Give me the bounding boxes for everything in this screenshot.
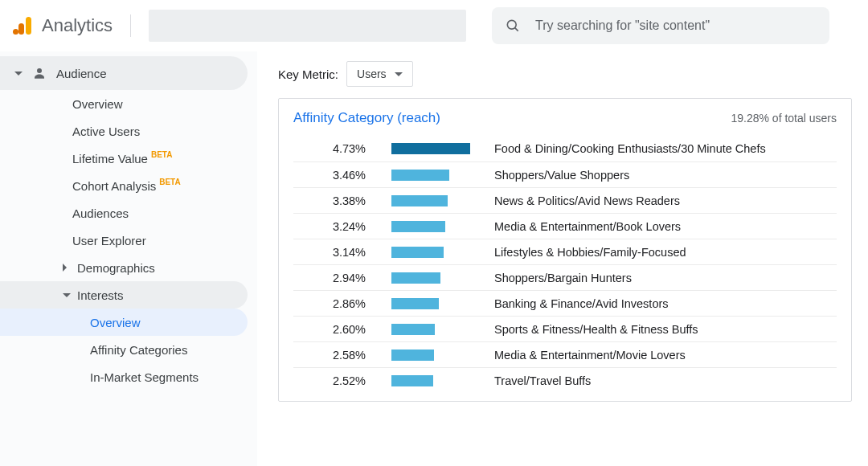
row-bar-cell [366, 272, 486, 284]
svg-rect-0 [26, 17, 31, 35]
row-bar [391, 375, 433, 386]
sidebar-item-overview[interactable]: Overview [0, 90, 248, 117]
person-icon [32, 66, 47, 80]
table-row[interactable]: 3.38%News & Politics/Avid News Readers [293, 187, 837, 213]
affinity-table: 4.73%Food & Dining/Cooking Enthusiasts/3… [293, 136, 837, 393]
row-percent: 2.94% [293, 272, 366, 284]
table-row[interactable]: 2.94%Shoppers/Bargain Hunters [293, 264, 837, 290]
sidebar: Audience Overview Active Users Lifetime … [0, 51, 257, 466]
row-percent: 2.86% [293, 297, 366, 310]
card-subtitle: 19.28% of total users [731, 112, 837, 125]
app-logo: Analytics [13, 15, 113, 36]
row-bar-cell [366, 221, 486, 232]
row-label: Travel/Travel Buffs [486, 374, 591, 387]
row-percent: 3.24% [293, 220, 366, 233]
sidebar-subitem-affinity-categories[interactable]: Affinity Categories [0, 336, 248, 363]
row-percent: 2.52% [293, 374, 366, 387]
brand-name: Analytics [42, 15, 113, 36]
row-bar [391, 247, 444, 258]
row-bar [391, 324, 435, 335]
sidebar-section-label: Audience [56, 67, 107, 80]
row-label: Sports & Fitness/Health & Fitness Buffs [486, 323, 698, 336]
row-label: Food & Dining/Cooking Enthusiasts/30 Min… [486, 142, 766, 155]
key-metric-row: Key Metric: Users [278, 61, 852, 87]
row-percent: 2.60% [293, 323, 366, 336]
row-bar-cell [366, 143, 486, 154]
caret-right-icon [63, 264, 67, 272]
key-metric-value: Users [357, 67, 387, 80]
svg-line-4 [515, 28, 518, 31]
row-bar-cell [366, 375, 486, 386]
row-bar-cell [366, 170, 486, 181]
table-row[interactable]: 2.58%Media & Entertainment/Movie Lovers [293, 341, 837, 367]
row-label: News & Politics/Avid News Readers [486, 194, 680, 207]
key-metric-select[interactable]: Users [346, 61, 413, 87]
svg-point-5 [37, 68, 42, 73]
sidebar-section-audience[interactable]: Audience [0, 56, 248, 90]
row-bar-cell [366, 350, 486, 361]
affinity-card: Affinity Category (reach) 19.28% of tota… [278, 98, 852, 402]
divider [130, 14, 131, 37]
table-row[interactable]: 2.60%Sports & Fitness/Health & Fitness B… [293, 316, 837, 341]
table-row[interactable]: 2.52%Travel/Travel Buffs [293, 367, 837, 393]
sidebar-item-user-explorer[interactable]: User Explorer [0, 227, 248, 254]
row-label: Media & Entertainment/Movie Lovers [486, 349, 686, 362]
analytics-logo-icon [13, 15, 34, 36]
main-content: Key Metric: Users Affinity Category (rea… [257, 51, 868, 466]
table-row[interactable]: 3.14%Lifestyles & Hobbies/Family-Focused [293, 239, 837, 264]
row-percent: 3.38% [293, 194, 366, 207]
sidebar-item-lifetime-value[interactable]: Lifetime ValueBETA [0, 145, 248, 172]
row-label: Media & Entertainment/Book Lovers [486, 220, 681, 233]
sidebar-item-active-users[interactable]: Active Users [0, 117, 248, 145]
sidebar-item-audiences[interactable]: Audiences [0, 199, 248, 227]
breadcrumb-placeholder [149, 10, 466, 42]
row-percent: 3.46% [293, 169, 366, 182]
beta-badge: BETA [159, 178, 180, 186]
caret-down-icon [14, 72, 23, 76]
table-row[interactable]: 4.73%Food & Dining/Cooking Enthusiasts/3… [293, 136, 837, 161]
caret-down-icon [63, 293, 71, 297]
sidebar-subitem-overview[interactable]: Overview [0, 309, 248, 336]
row-bar [391, 221, 445, 232]
sidebar-item-demographics[interactable]: Demographics [0, 254, 248, 281]
row-bar [391, 195, 448, 206]
beta-badge: BETA [151, 150, 172, 159]
row-label: Shoppers/Bargain Hunters [486, 272, 632, 284]
row-bar [391, 272, 440, 284]
sidebar-item-cohort-analysis[interactable]: Cohort AnalysisBETA [0, 172, 248, 199]
search-placeholder: Try searching for "site content" [535, 18, 710, 33]
row-bar [391, 298, 439, 309]
svg-rect-1 [18, 23, 24, 35]
svg-point-3 [507, 20, 516, 29]
row-percent: 2.58% [293, 349, 366, 362]
table-row[interactable]: 2.86%Banking & Finance/Avid Investors [293, 290, 837, 316]
sidebar-item-interests[interactable]: Interests [0, 281, 248, 309]
sidebar-subitem-in-market-segments[interactable]: In-Market Segments [0, 363, 248, 390]
row-percent: 3.14% [293, 246, 366, 259]
row-bar-cell [366, 324, 486, 335]
search-input[interactable]: Try searching for "site content" [492, 7, 829, 44]
row-bar [391, 170, 449, 181]
table-row[interactable]: 3.24%Media & Entertainment/Book Lovers [293, 213, 837, 239]
row-label: Banking & Finance/Avid Investors [486, 297, 669, 310]
table-row[interactable]: 3.46%Shoppers/Value Shoppers [293, 161, 837, 187]
key-metric-label: Key Metric: [278, 67, 338, 81]
row-bar-cell [366, 247, 486, 258]
row-label: Lifestyles & Hobbies/Family-Focused [486, 246, 686, 259]
row-label: Shoppers/Value Shoppers [486, 169, 629, 182]
row-bar [391, 350, 434, 361]
search-icon [505, 18, 521, 34]
row-bar [391, 143, 470, 154]
svg-point-2 [13, 29, 18, 35]
row-bar-cell [366, 195, 486, 206]
dropdown-icon [395, 72, 403, 76]
app-header: Analytics Try searching for "site conten… [0, 0, 868, 51]
row-bar-cell [366, 298, 486, 309]
card-title[interactable]: Affinity Category (reach) [293, 110, 440, 126]
row-percent: 4.73% [293, 142, 366, 155]
